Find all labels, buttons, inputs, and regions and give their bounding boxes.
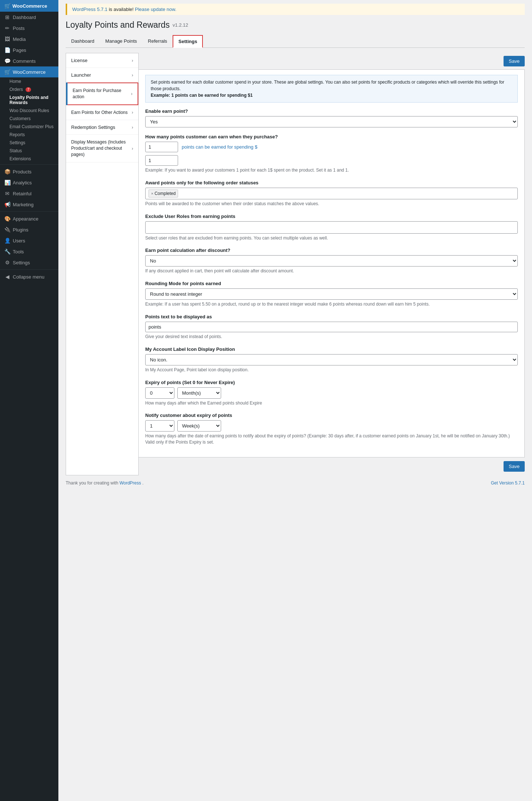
rounding-mode-label: Rounding Mode for points earned bbox=[145, 281, 518, 286]
points-text-help: Give your desired text instead of points… bbox=[145, 334, 518, 340]
panel-item-launcher[interactable]: Launcher › bbox=[66, 68, 138, 83]
products-icon: 📦 bbox=[4, 169, 10, 175]
notify-expiry-label: Notify customer about expiry of points bbox=[145, 413, 518, 418]
points-value1-input[interactable] bbox=[145, 142, 178, 152]
sidebar-sub-status[interactable]: Status bbox=[0, 147, 58, 155]
sidebar-sub-reports[interactable]: Reports bbox=[0, 131, 58, 139]
field-expiry-points: Expiry of points (Set 0 for Never Expire… bbox=[145, 380, 518, 406]
sidebar-sub-email-customizer[interactable]: Email Customizer Plus bbox=[0, 123, 58, 131]
points-value2-wrapper bbox=[145, 155, 518, 166]
sidebar-item-analytics[interactable]: 📊 Analytics bbox=[0, 177, 58, 188]
sidebar-item-media[interactable]: 🖼 Media bbox=[0, 34, 58, 45]
sidebar-item-label: Media bbox=[13, 37, 26, 42]
tag-x-icon[interactable]: × bbox=[151, 191, 153, 196]
points-value2-input[interactable] bbox=[145, 155, 178, 166]
expiry-points-unit-select[interactable]: Month(s) Week(s) Day(s) Year(s) bbox=[177, 387, 221, 399]
tag-label: Completed bbox=[154, 191, 176, 196]
panel-item-license[interactable]: License › bbox=[66, 53, 138, 68]
dashboard-icon: ⊞ bbox=[4, 14, 10, 20]
sidebar-item-pages[interactable]: 📄 Pages bbox=[0, 45, 58, 55]
tab-settings[interactable]: Settings bbox=[173, 35, 203, 48]
field-account-label-icon: My Account Label Icon Display Position N… bbox=[145, 346, 518, 373]
save-button-bottom[interactable]: Save bbox=[504, 461, 525, 472]
update-text: is available! bbox=[109, 7, 135, 12]
sidebar-item-posts[interactable]: ✏ Posts bbox=[0, 23, 58, 34]
earn-after-discount-help: If any discount applied in cart, then po… bbox=[145, 268, 518, 274]
sidebar-item-appearance[interactable]: 🎨 Appearance bbox=[0, 213, 58, 224]
sidebar-item-collapse[interactable]: ◀ Collapse menu bbox=[0, 271, 58, 282]
please-update-link[interactable]: Please update now. bbox=[135, 7, 176, 12]
sidebar-item-label: Retainful bbox=[13, 191, 31, 196]
sidebar-item-tools[interactable]: 🔧 Tools bbox=[0, 246, 58, 257]
sidebar-item-plugins[interactable]: 🔌 Plugins bbox=[0, 224, 58, 235]
sidebar-item-label: Products bbox=[13, 169, 31, 175]
sidebar-sub-customers[interactable]: Customers bbox=[0, 115, 58, 123]
enable-earn-point-select[interactable]: Yes No bbox=[145, 116, 518, 127]
expiry-points-number-select[interactable]: 0 1 2 bbox=[145, 387, 174, 399]
order-statuses-tags[interactable]: × Completed bbox=[145, 188, 518, 199]
exclude-user-roles-input[interactable] bbox=[145, 221, 518, 234]
points-text-label: Points text to be displayed as bbox=[145, 314, 518, 319]
sidebar-item-comments[interactable]: 💬 Comments bbox=[0, 55, 58, 66]
notify-expiry-help: How many days after the date of earning … bbox=[145, 433, 518, 445]
sidebar-item-settings-main[interactable]: ⚙ Settings bbox=[0, 257, 58, 268]
field-earn-after-discount: Earn point calculation after discount? N… bbox=[145, 248, 518, 274]
sidebar-sub-settings[interactable]: Settings bbox=[0, 139, 58, 147]
update-bar: WordPress 5.7.1 is available! Please upd… bbox=[66, 4, 525, 15]
sidebar-item-woocommerce[interactable]: 🛒 WooCommerce bbox=[0, 66, 58, 77]
main-content: WordPress 5.7.1 is available! Please upd… bbox=[58, 0, 532, 801]
sidebar-item-label: Settings bbox=[13, 260, 30, 265]
tab-manage-points[interactable]: Manage Points bbox=[100, 35, 143, 48]
sidebar-item-label: Tools bbox=[13, 249, 24, 254]
sidebar-item-label: Users bbox=[13, 238, 25, 244]
sidebar-item-users[interactable]: 👤 Users bbox=[0, 235, 58, 246]
sidebar-item-marketing[interactable]: 📢 Marketing bbox=[0, 199, 58, 210]
plugins-icon: 🔌 bbox=[4, 227, 10, 233]
exclude-user-roles-help: Select user roles that are excluded from… bbox=[145, 235, 518, 241]
sidebar-item-retainful[interactable]: ✉ Retainful bbox=[0, 188, 58, 199]
tab-dashboard[interactable]: Dashboard bbox=[66, 35, 100, 48]
retainful-icon: ✉ bbox=[4, 191, 10, 196]
field-exclude-user-roles: Exclude User Roles from earning points S… bbox=[145, 214, 518, 241]
page-header: Loyalty Points and Rewards v1.2.12 bbox=[58, 15, 532, 30]
field-order-statuses: Award points only for the following orde… bbox=[145, 180, 518, 207]
analytics-icon: 📊 bbox=[4, 180, 10, 185]
notify-expiry-number-select[interactable]: 1 2 3 bbox=[145, 420, 174, 432]
rounding-mode-select[interactable]: Round to nearest integer Round up Round … bbox=[145, 288, 518, 300]
content-area: License › Launcher › Earn Points for Pur… bbox=[66, 48, 525, 475]
chevron-right-icon: › bbox=[131, 91, 132, 96]
field-enable-earn-point: Enable earn point? Yes No bbox=[145, 108, 518, 127]
exclude-user-roles-label: Exclude User Roles from earning points bbox=[145, 214, 518, 219]
get-version-link[interactable]: Get Version 5.7.1 bbox=[491, 480, 525, 486]
sidebar-sub-woo-discount[interactable]: Woo Discount Rules bbox=[0, 107, 58, 115]
sidebar-item-dashboard[interactable]: ⊞ Dashboard bbox=[0, 12, 58, 23]
wordpress-link[interactable]: WordPress bbox=[119, 480, 141, 486]
save-bar-top: Save bbox=[139, 53, 525, 69]
save-button-top[interactable]: Save bbox=[504, 56, 525, 66]
panel-item-display-messages[interactable]: Display Messages (Includes Product/cart … bbox=[66, 135, 138, 162]
notify-expiry-unit-select[interactable]: Week(s) Day(s) Month(s) bbox=[177, 420, 221, 432]
account-label-icon-select[interactable]: No icon. Before label After label bbox=[145, 354, 518, 365]
footer-left: Thank you for creating with WordPress . bbox=[66, 480, 143, 486]
points-text-input[interactable] bbox=[145, 322, 518, 332]
sidebar-item-products[interactable]: 📦 Products bbox=[0, 166, 58, 177]
rounding-mode-help: Example: If a user has spent 5.50 on a p… bbox=[145, 301, 518, 307]
account-label-icon-help: In My Account Page, Point label icon dis… bbox=[145, 367, 518, 373]
sidebar-sub-extensions[interactable]: Extensions bbox=[0, 155, 58, 163]
earn-after-discount-select[interactable]: No Yes bbox=[145, 255, 518, 267]
sidebar-sub-loyalty[interactable]: Loyalty Points and Rewards bbox=[0, 93, 58, 107]
panel-item-earn-purchase[interactable]: Earn Points for Purchase action › bbox=[68, 83, 138, 105]
expiry-points-help: How many days after which the Earned poi… bbox=[145, 400, 518, 406]
panel-item-redemption[interactable]: Redemption Settings › bbox=[66, 120, 138, 135]
points-inline-row: points can be earned for spending $ bbox=[145, 142, 518, 152]
marketing-icon: 📢 bbox=[4, 202, 10, 207]
tab-referrals[interactable]: Referrals bbox=[142, 35, 173, 48]
panel-item-earn-other[interactable]: Earn Points for Other Actions › bbox=[66, 105, 138, 120]
update-link[interactable]: WordPress 5.7.1 bbox=[72, 7, 108, 12]
sidebar-sub-orders[interactable]: Orders 7 bbox=[0, 85, 58, 93]
sidebar-logo[interactable]: 🛒 WooCommerce bbox=[0, 0, 58, 12]
tag-completed[interactable]: × Completed bbox=[149, 189, 178, 198]
sidebar-sub-home[interactable]: Home bbox=[0, 77, 58, 85]
field-rounding-mode: Rounding Mode for points earned Round to… bbox=[145, 281, 518, 307]
earn-after-discount-label: Earn point calculation after discount? bbox=[145, 248, 518, 253]
